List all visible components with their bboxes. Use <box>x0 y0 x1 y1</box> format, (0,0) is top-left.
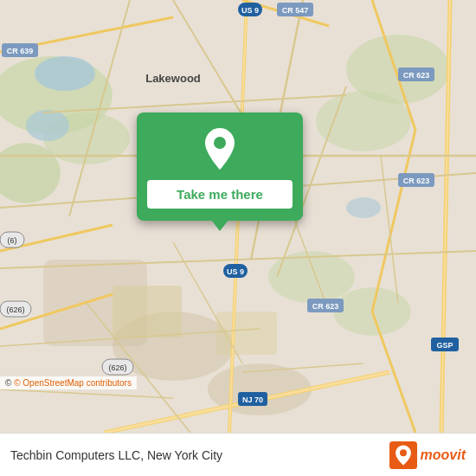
copyright-symbol: © <box>5 378 11 388</box>
osm-link[interactable]: © OpenStreetMap contributors <box>14 378 132 388</box>
svg-text:(626): (626) <box>108 363 126 372</box>
take-me-there-button[interactable]: Take me there <box>147 180 293 209</box>
svg-text:NJ 70: NJ 70 <box>242 396 263 404</box>
svg-point-72 <box>400 449 407 456</box>
svg-point-12 <box>26 110 69 141</box>
svg-text:GSP: GSP <box>436 341 453 350</box>
svg-point-11 <box>35 56 95 91</box>
svg-rect-14 <box>113 286 182 338</box>
moovit-logo: moovit <box>389 441 466 469</box>
svg-point-13 <box>346 197 381 218</box>
map-container: CR 639 US 9 CR 547 Lakewood CR 623 CR 62… <box>0 0 476 433</box>
svg-text:US 9: US 9 <box>227 267 244 276</box>
location-pin-icon <box>197 126 242 171</box>
svg-text:CR 639: CR 639 <box>7 47 34 55</box>
svg-text:CR 623: CR 623 <box>403 177 430 185</box>
location-label: Techbin Computers LLC, New York City <box>10 448 222 462</box>
svg-text:US 9: US 9 <box>241 6 259 15</box>
attribution-bar: © © OpenStreetMap contributors <box>0 376 137 389</box>
svg-text:Lakewood: Lakewood <box>145 72 201 85</box>
app: CR 639 US 9 CR 547 Lakewood CR 623 CR 62… <box>0 0 476 476</box>
svg-point-5 <box>316 91 411 151</box>
footer: Techbin Computers LLC, New York City moo… <box>0 433 476 476</box>
moovit-text: moovit <box>421 447 466 463</box>
popup-card: Take me there <box>137 113 303 221</box>
svg-text:CR 547: CR 547 <box>282 6 309 15</box>
svg-text:(6): (6) <box>8 236 17 245</box>
svg-text:(626): (626) <box>6 306 24 314</box>
svg-point-69 <box>214 137 226 149</box>
svg-text:CR 623: CR 623 <box>403 71 430 80</box>
moovit-brand-icon <box>389 441 417 469</box>
svg-text:CR 623: CR 623 <box>312 302 339 311</box>
